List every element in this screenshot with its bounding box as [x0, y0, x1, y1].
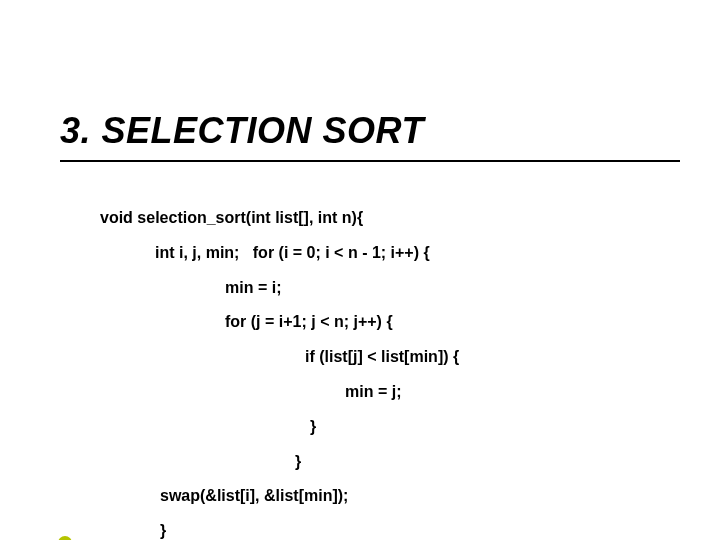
code-line: swap(&list[i], &list[min]);	[100, 486, 660, 507]
code-line: }	[100, 417, 660, 438]
bullet-icon	[58, 536, 72, 540]
code-line: int i, j, min; for (i = 0; i < n - 1; i+…	[100, 243, 660, 264]
code-line: }	[100, 521, 660, 540]
code-line: void selection_sort(int list[], int n){	[100, 208, 660, 229]
slide: 3. SELECTION SORT void selection_sort(in…	[0, 0, 720, 540]
code-block: void selection_sort(int list[], int n){ …	[100, 208, 660, 540]
code-line: min = j;	[100, 382, 660, 403]
code-line: if (list[j] < list[min]) {	[100, 347, 660, 368]
code-line: min = i;	[100, 278, 660, 299]
title-underline	[60, 160, 680, 162]
slide-title: 3. SELECTION SORT	[60, 110, 424, 152]
code-line: }	[100, 452, 660, 473]
code-line: for (j = i+1; j < n; j++) {	[100, 312, 660, 333]
